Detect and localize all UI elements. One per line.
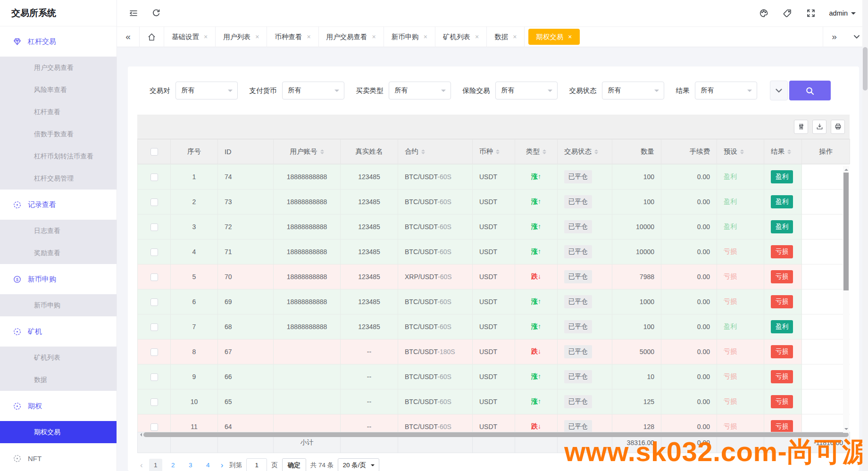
- tabs-scroll-left[interactable]: «: [117, 26, 140, 47]
- row-checkbox[interactable]: [150, 223, 158, 231]
- page-scrollbar[interactable]: [862, 0, 868, 471]
- column-settings-button[interactable]: [794, 120, 808, 134]
- close-icon[interactable]: ×: [513, 33, 517, 41]
- sidebar-item-新币申购[interactable]: 新币申购: [0, 294, 117, 316]
- row-checkbox[interactable]: [150, 373, 158, 381]
- refresh-icon[interactable]: [151, 8, 161, 18]
- fullscreen-icon[interactable]: [806, 8, 816, 18]
- confirm-jump-button[interactable]: 确定: [282, 458, 306, 471]
- tab-用户交易查看[interactable]: 用户交易查看×: [319, 26, 384, 47]
- scroll-up-arrow-icon[interactable]: [844, 167, 848, 171]
- sidebar-item-杠杆查看[interactable]: 杠杆查看: [0, 101, 117, 123]
- table-row: 47118888888888123485BTC/USDT-60SUSDT涨↑已平…: [138, 240, 850, 264]
- next-page-button[interactable]: ›: [219, 461, 225, 470]
- sidebar-item-杠杆币划转法币查看[interactable]: 杠杆币划转法币查看: [0, 145, 117, 167]
- sort-icon[interactable]: [320, 149, 324, 154]
- close-icon[interactable]: ×: [424, 33, 427, 41]
- filter-select-支付货币[interactable]: 所有: [282, 82, 344, 99]
- filter-select-买卖类型[interactable]: 所有: [389, 82, 451, 99]
- sidebar-item-矿机列表[interactable]: 矿机列表: [0, 347, 117, 369]
- sidebar-item-奖励查看[interactable]: 奖励查看: [0, 242, 117, 264]
- row-checkbox[interactable]: [150, 423, 158, 431]
- row-checkbox[interactable]: [150, 348, 158, 356]
- row-checkbox[interactable]: [150, 298, 158, 306]
- col-header-status[interactable]: 交易状态: [558, 140, 612, 164]
- jump-page-input[interactable]: [246, 458, 267, 471]
- sidebar-section-1[interactable]: 杠杆交易: [0, 26, 117, 57]
- tabs-scroll-right[interactable]: »: [823, 26, 845, 47]
- filter-select-交易状态[interactable]: 所有: [602, 82, 664, 99]
- page-size-select[interactable]: 20 条/页: [338, 458, 379, 471]
- col-header-result[interactable]: 结果: [764, 140, 802, 164]
- sidebar-section-3[interactable]: $新币申购: [0, 264, 117, 294]
- tag-icon[interactable]: [782, 8, 793, 18]
- sort-icon[interactable]: [740, 149, 744, 154]
- horizontal-scrollbar-thumb[interactable]: [143, 432, 849, 437]
- sidebar-item-风险率查看[interactable]: 风险率查看: [0, 79, 117, 101]
- close-icon[interactable]: ×: [475, 33, 479, 41]
- export-button[interactable]: [812, 120, 826, 134]
- row-checkbox[interactable]: [150, 323, 158, 331]
- sidebar-item-日志查看[interactable]: 日志查看: [0, 220, 117, 242]
- table-body-viewport[interactable]: 17418888888888123485BTC/USDT-60SUSDT涨↑已平…: [137, 164, 850, 432]
- select-all-checkbox[interactable]: [150, 148, 158, 156]
- print-button[interactable]: [831, 120, 845, 134]
- sidebar-section-5[interactable]: 期权: [0, 391, 117, 421]
- tab-期权交易[interactable]: 期权交易×: [528, 29, 579, 45]
- theme-palette-icon[interactable]: [759, 8, 769, 18]
- sidebar-section-2[interactable]: 记录查看: [0, 190, 117, 220]
- sort-icon[interactable]: [787, 149, 791, 154]
- col-header-account[interactable]: 用户账号: [274, 140, 341, 164]
- prev-page-button[interactable]: ‹: [138, 461, 145, 470]
- sort-icon[interactable]: [594, 149, 598, 154]
- close-icon[interactable]: ×: [255, 33, 259, 41]
- close-icon[interactable]: ×: [204, 33, 208, 41]
- sidebar-item-数据[interactable]: 数据: [0, 369, 117, 391]
- page-button-1[interactable]: 1: [149, 459, 162, 471]
- page-button-3[interactable]: 3: [184, 459, 197, 471]
- scroll-left-arrow-icon[interactable]: [138, 433, 142, 437]
- search-button[interactable]: [789, 81, 831, 100]
- tab-基础设置[interactable]: 基础设置×: [164, 26, 216, 47]
- row-checkbox[interactable]: [150, 273, 158, 281]
- row-checkbox[interactable]: [150, 248, 158, 256]
- sort-icon[interactable]: [542, 149, 546, 154]
- sort-icon[interactable]: [421, 149, 425, 154]
- page-button-2[interactable]: 2: [167, 459, 180, 471]
- filter-select-保险交易[interactable]: 所有: [495, 82, 558, 99]
- tab-用户列表[interactable]: 用户列表×: [216, 26, 267, 47]
- sidebar-section-4[interactable]: 矿机: [0, 316, 117, 347]
- tab-数据[interactable]: 数据×: [487, 26, 525, 47]
- close-icon[interactable]: ×: [372, 33, 376, 41]
- home-tab-icon[interactable]: [140, 26, 164, 47]
- filter-select-交易对[interactable]: 所有: [175, 82, 238, 99]
- close-icon[interactable]: ×: [307, 33, 310, 41]
- col-header-contract[interactable]: 合约: [398, 140, 473, 164]
- filter-select-结果[interactable]: 所有: [695, 82, 757, 99]
- row-checkbox[interactable]: [150, 174, 158, 181]
- close-icon[interactable]: ×: [568, 33, 572, 41]
- table-vertical-scrollbar[interactable]: [843, 166, 849, 433]
- table-vertical-scrollbar-thumb[interactable]: [843, 173, 849, 290]
- col-header-type[interactable]: 类型: [515, 140, 558, 164]
- page-button-4[interactable]: 4: [201, 459, 215, 471]
- username: admin: [829, 9, 848, 17]
- scroll-down-arrow-icon[interactable]: [844, 428, 848, 432]
- sidebar-section-6[interactable]: NFT: [0, 443, 117, 471]
- sidebar-item-倍数手数查看[interactable]: 倍数手数查看: [0, 123, 117, 145]
- collapse-sidebar-icon[interactable]: [128, 8, 139, 18]
- sidebar-item-期权交易[interactable]: 期权交易: [0, 421, 117, 443]
- row-checkbox[interactable]: [150, 398, 158, 406]
- sidebar-item-杠杆交易管理[interactable]: 杠杆交易管理: [0, 167, 117, 190]
- collapse-filters-button[interactable]: [770, 81, 788, 100]
- tab-新币申购[interactable]: 新币申购×: [384, 26, 435, 47]
- user-menu[interactable]: admin: [829, 9, 856, 17]
- tab-币种查看[interactable]: 币种查看×: [267, 26, 318, 47]
- tab-矿机列表[interactable]: 矿机列表×: [435, 26, 487, 47]
- page-scrollbar-thumb[interactable]: [863, 47, 868, 91]
- col-header-coin[interactable]: 币种: [473, 140, 515, 164]
- sort-icon[interactable]: [496, 149, 500, 154]
- col-header-preset[interactable]: 预设: [717, 140, 764, 164]
- row-checkbox[interactable]: [150, 198, 158, 206]
- sidebar-item-用户交易查看[interactable]: 用户交易查看: [0, 57, 117, 79]
